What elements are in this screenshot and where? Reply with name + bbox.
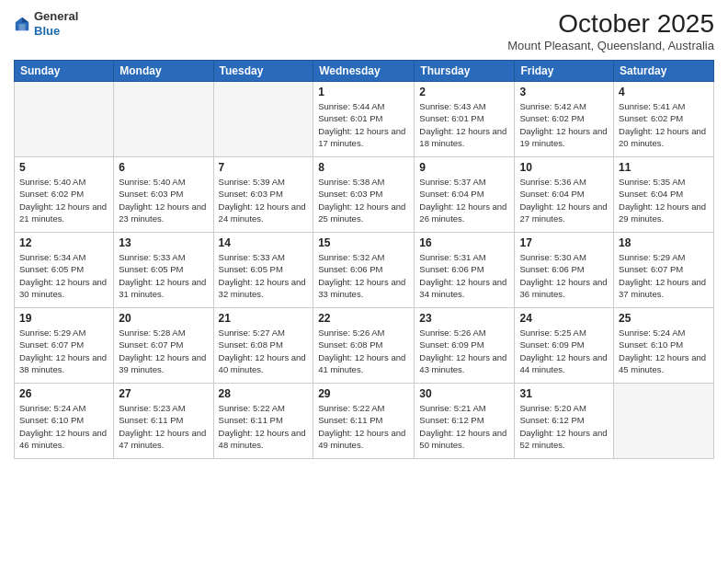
calendar-cell: 4Sunrise: 5:41 AM Sunset: 6:02 PM Daylig… (614, 82, 714, 157)
calendar-cell: 18Sunrise: 5:29 AM Sunset: 6:07 PM Dayli… (614, 233, 714, 308)
day-number: 14 (219, 236, 309, 249)
day-number: 18 (619, 236, 709, 249)
col-thursday: Thursday (415, 61, 515, 82)
week-row-3: 12Sunrise: 5:34 AM Sunset: 6:05 PM Dayli… (15, 233, 714, 308)
day-number: 4 (619, 86, 709, 98)
day-number: 24 (519, 312, 609, 325)
location: Mount Pleasant, Queensland, Australia (507, 39, 714, 52)
day-info: Sunrise: 5:26 AM Sunset: 6:08 PM Dayligh… (318, 327, 409, 375)
day-info: Sunrise: 5:29 AM Sunset: 6:07 PM Dayligh… (19, 327, 108, 375)
day-number: 25 (619, 312, 709, 325)
calendar-cell: 2Sunrise: 5:43 AM Sunset: 6:01 PM Daylig… (415, 82, 515, 157)
calendar-cell: 30Sunrise: 5:21 AM Sunset: 6:12 PM Dayli… (415, 384, 515, 459)
logo-icon (14, 16, 30, 32)
week-row-5: 26Sunrise: 5:24 AM Sunset: 6:10 PM Dayli… (15, 384, 714, 459)
calendar-cell: 16Sunrise: 5:31 AM Sunset: 6:06 PM Dayli… (415, 233, 515, 308)
title-block: October 2025 Mount Pleasant, Queensland,… (507, 9, 714, 52)
day-info: Sunrise: 5:32 AM Sunset: 6:06 PM Dayligh… (318, 251, 409, 300)
calendar-cell: 10Sunrise: 5:36 AM Sunset: 6:04 PM Dayli… (515, 157, 614, 233)
day-info: Sunrise: 5:33 AM Sunset: 6:05 PM Dayligh… (119, 251, 208, 300)
day-number: 1 (318, 86, 409, 98)
logo-blue: Blue (34, 24, 60, 38)
day-number: 30 (419, 387, 509, 400)
calendar-cell: 14Sunrise: 5:33 AM Sunset: 6:05 PM Dayli… (213, 233, 313, 308)
day-number: 20 (119, 312, 208, 325)
header: General Blue October 2025 Mount Pleasant… (14, 9, 714, 52)
day-info: Sunrise: 5:37 AM Sunset: 6:04 PM Dayligh… (419, 176, 509, 224)
day-number: 26 (19, 387, 108, 400)
col-saturday: Saturday (614, 61, 714, 82)
day-number: 7 (219, 161, 309, 174)
day-info: Sunrise: 5:39 AM Sunset: 6:03 PM Dayligh… (219, 176, 309, 224)
week-row-2: 5Sunrise: 5:40 AM Sunset: 6:02 PM Daylig… (15, 157, 714, 233)
day-info: Sunrise: 5:38 AM Sunset: 6:03 PM Dayligh… (318, 176, 409, 224)
calendar-cell: 1Sunrise: 5:44 AM Sunset: 6:01 PM Daylig… (313, 82, 415, 157)
day-number: 21 (219, 312, 309, 325)
day-number: 27 (119, 387, 208, 400)
day-number: 22 (318, 312, 409, 325)
day-info: Sunrise: 5:23 AM Sunset: 6:11 PM Dayligh… (119, 402, 208, 451)
day-info: Sunrise: 5:30 AM Sunset: 6:06 PM Dayligh… (519, 251, 609, 300)
svg-marker-1 (22, 17, 28, 21)
day-number: 29 (318, 387, 409, 400)
col-sunday: Sunday (15, 61, 114, 82)
calendar-cell: 22Sunrise: 5:26 AM Sunset: 6:08 PM Dayli… (313, 308, 415, 384)
day-info: Sunrise: 5:33 AM Sunset: 6:05 PM Dayligh… (219, 251, 309, 300)
calendar-cell: 12Sunrise: 5:34 AM Sunset: 6:05 PM Dayli… (15, 233, 114, 308)
col-wednesday: Wednesday (313, 61, 415, 82)
calendar-cell (213, 82, 313, 157)
day-info: Sunrise: 5:44 AM Sunset: 6:01 PM Dayligh… (318, 100, 409, 149)
calendar-cell (15, 82, 114, 157)
day-number: 13 (119, 236, 208, 249)
day-number: 8 (318, 161, 409, 174)
col-friday: Friday (515, 61, 614, 82)
calendar-cell: 29Sunrise: 5:22 AM Sunset: 6:11 PM Dayli… (313, 384, 415, 459)
day-info: Sunrise: 5:43 AM Sunset: 6:01 PM Dayligh… (419, 100, 509, 149)
day-number: 10 (519, 161, 609, 174)
calendar-cell: 7Sunrise: 5:39 AM Sunset: 6:03 PM Daylig… (213, 157, 313, 233)
calendar-cell: 11Sunrise: 5:35 AM Sunset: 6:04 PM Dayli… (614, 157, 714, 233)
day-number: 11 (619, 161, 709, 174)
calendar-cell: 3Sunrise: 5:42 AM Sunset: 6:02 PM Daylig… (515, 82, 614, 157)
calendar-header-row: Sunday Monday Tuesday Wednesday Thursday… (15, 61, 714, 82)
calendar-cell: 27Sunrise: 5:23 AM Sunset: 6:11 PM Dayli… (114, 384, 213, 459)
logo: General Blue (14, 9, 78, 38)
day-number: 23 (419, 312, 509, 325)
day-info: Sunrise: 5:24 AM Sunset: 6:10 PM Dayligh… (19, 402, 108, 451)
day-info: Sunrise: 5:28 AM Sunset: 6:07 PM Dayligh… (119, 327, 208, 375)
calendar-cell: 17Sunrise: 5:30 AM Sunset: 6:06 PM Dayli… (515, 233, 614, 308)
day-info: Sunrise: 5:25 AM Sunset: 6:09 PM Dayligh… (519, 327, 609, 375)
day-info: Sunrise: 5:26 AM Sunset: 6:09 PM Dayligh… (419, 327, 509, 375)
week-row-1: 1Sunrise: 5:44 AM Sunset: 6:01 PM Daylig… (15, 82, 714, 157)
calendar-cell: 23Sunrise: 5:26 AM Sunset: 6:09 PM Dayli… (415, 308, 515, 384)
day-info: Sunrise: 5:27 AM Sunset: 6:08 PM Dayligh… (219, 327, 309, 375)
calendar-cell (614, 384, 714, 459)
day-info: Sunrise: 5:34 AM Sunset: 6:05 PM Dayligh… (19, 251, 108, 300)
day-number: 12 (19, 236, 108, 249)
day-info: Sunrise: 5:21 AM Sunset: 6:12 PM Dayligh… (419, 402, 509, 451)
day-info: Sunrise: 5:36 AM Sunset: 6:04 PM Dayligh… (519, 176, 609, 224)
day-info: Sunrise: 5:20 AM Sunset: 6:12 PM Dayligh… (519, 402, 609, 451)
svg-rect-2 (18, 24, 25, 30)
calendar-cell: 26Sunrise: 5:24 AM Sunset: 6:10 PM Dayli… (15, 384, 114, 459)
col-tuesday: Tuesday (213, 61, 313, 82)
day-info: Sunrise: 5:42 AM Sunset: 6:02 PM Dayligh… (519, 100, 609, 149)
day-info: Sunrise: 5:31 AM Sunset: 6:06 PM Dayligh… (419, 251, 509, 300)
day-info: Sunrise: 5:35 AM Sunset: 6:04 PM Dayligh… (619, 176, 709, 224)
day-info: Sunrise: 5:24 AM Sunset: 6:10 PM Dayligh… (619, 327, 709, 375)
day-number: 19 (19, 312, 108, 325)
calendar-cell: 8Sunrise: 5:38 AM Sunset: 6:03 PM Daylig… (313, 157, 415, 233)
page: General Blue October 2025 Mount Pleasant… (0, 0, 728, 563)
day-info: Sunrise: 5:22 AM Sunset: 6:11 PM Dayligh… (318, 402, 409, 451)
day-number: 15 (318, 236, 409, 249)
calendar-cell: 19Sunrise: 5:29 AM Sunset: 6:07 PM Dayli… (15, 308, 114, 384)
col-monday: Monday (114, 61, 213, 82)
day-number: 31 (519, 387, 609, 400)
day-number: 5 (19, 161, 108, 174)
day-number: 9 (419, 161, 509, 174)
calendar-cell: 13Sunrise: 5:33 AM Sunset: 6:05 PM Dayli… (114, 233, 213, 308)
day-number: 16 (419, 236, 509, 249)
calendar-cell: 6Sunrise: 5:40 AM Sunset: 6:03 PM Daylig… (114, 157, 213, 233)
calendar-cell: 28Sunrise: 5:22 AM Sunset: 6:11 PM Dayli… (213, 384, 313, 459)
calendar-cell: 20Sunrise: 5:28 AM Sunset: 6:07 PM Dayli… (114, 308, 213, 384)
